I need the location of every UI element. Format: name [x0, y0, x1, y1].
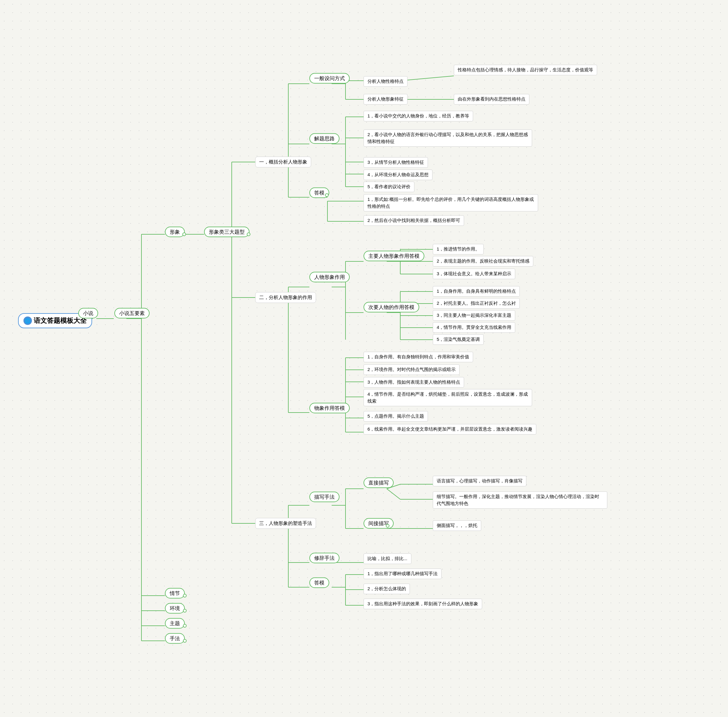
- node-damo3-1: 1，指出用了哪种或哪几种描写手法: [364, 569, 442, 579]
- node-jiaojie-miaoxie: 间接描写: [364, 518, 394, 529]
- node-wuxiang-2: 2，环境作用。对时代特点气围的揭示或暗示: [364, 365, 460, 375]
- node-jietiao-3: 3，从情节分析人物性格特征: [364, 157, 428, 168]
- circle-damo: [325, 193, 329, 197]
- circle-shofa: [183, 639, 187, 642]
- circle-jiaojie: [386, 524, 390, 528]
- node-zhijie-2: 细节描写。一般作用，深化主题，推动情节发展，渲染人物心情心理活动，渲染时代气围地…: [433, 491, 607, 509]
- node-ciyao-1: 1，自身作用。自身具有鲜明的性格特点: [433, 286, 520, 297]
- node-zhijie-miaoxie: 直接描写: [364, 477, 394, 488]
- node-er-fenxi: 二，分析人物形象的作用: [255, 292, 316, 303]
- node-fenxi-xingxiang: 分析人物形象特征: [364, 94, 408, 104]
- node-wuxiang-6: 6，线索作用。串起全文使文章结构更加严谨，并层层设置悬念，激发读者阅读兴趣: [364, 424, 536, 435]
- node-xingxiang-detail: 由在外形象看到内在思想性格特点: [454, 94, 529, 104]
- node-fenxi-xingge: 分析人物性格特点: [364, 76, 408, 87]
- node-wuxiang-1: 1，自身作用。有自身独特到特点，作用和审美价值: [364, 352, 473, 362]
- node-novel: 小说: [78, 308, 98, 319]
- node-jieqing: 情节: [165, 588, 185, 599]
- root-icon: 🌐: [23, 316, 32, 325]
- node-zhuyao-2: 2，表现主题的作用。反映社会现实和寄托情感: [433, 256, 533, 267]
- node-image-three-types: 形象类三大题型: [204, 227, 250, 237]
- node-ciyao-2: 2，衬托主要人。指出正衬反衬，怎么衬: [433, 298, 520, 309]
- node-xiuci-text: 比喻，比拟，排比...: [364, 554, 411, 564]
- node-ciyao-renwu: 次要人物的作用答模: [364, 302, 419, 313]
- node-zhuyao-renwu: 主要人物形象作用答模: [364, 251, 424, 261]
- node-damo-1: 1，形式如:概括一分析。即先给个总的评价，用几个关键的词语高度概括人物形象或性格…: [364, 194, 538, 211]
- node-yiban-fangshi: 一般设问方式: [309, 73, 350, 84]
- node-damo3-3: 3，指出用这种手法的效果，即刻画了什么样的人物形象: [364, 599, 482, 609]
- circle-jieqing: [183, 594, 187, 598]
- svg-line-35: [400, 76, 454, 81]
- node-jietiao-5: 5，看作者的议论评价: [364, 182, 414, 192]
- node-jietiao-2: 2，看小说中人物的语言外银行动心理描写，以及和他人的关系，把握人物思想感情和性格…: [364, 130, 532, 146]
- node-zhuyao-1: 1，推进情节的作用。: [433, 244, 484, 255]
- node-wuxiang-5: 5，点题作用。揭示什么主题: [364, 411, 428, 422]
- node-five-elements: 小说五要素: [114, 308, 149, 319]
- circle-image-three-types: [247, 232, 250, 236]
- node-jietiao-1: 1，看小说中交代的人物身份，地位，经历，教养等: [364, 111, 473, 121]
- node-wuxiang-3: 3，人物作用。指如何表现主要人物的性格特点: [364, 377, 464, 387]
- node-san-suzao: 三，人物形象的塑造手法: [255, 518, 316, 529]
- node-wuxiang-4: 4，情节作用。是否结构严谨，烘托铺垫，前后照应，设置悬念，造成波澜，形成线索: [364, 389, 532, 406]
- node-wu-zuoyong-damo: 物象作用答模: [309, 403, 350, 413]
- node-huanjing: 环境: [165, 603, 185, 614]
- node-shofa: 手法: [165, 633, 185, 644]
- node-damo-2: 2，然后在小说中找到相关依据，概括分析即可: [364, 215, 464, 226]
- node-damo3: 答模: [309, 578, 329, 588]
- node-ciyao-3: 3，同主要人物一起揭示深化丰富主题: [433, 310, 515, 321]
- node-yi-gaokuo: 一，概括分析人物形象: [255, 157, 311, 168]
- node-damo3-2: 2，分析怎么体现的: [364, 584, 410, 594]
- circle-huanjing: [183, 609, 187, 613]
- node-xingge-detail: 性格特点包括心理情感，待人接物，品行操守，生活态度，价值观等: [454, 65, 597, 75]
- svg-line-75: [387, 489, 400, 499]
- node-image: 形象: [165, 227, 185, 237]
- node-jietiao-silu: 解题思路: [309, 133, 340, 144]
- node-xiuci-shofa: 修辞手法: [309, 553, 340, 563]
- root-label: 语文答题模板大全: [34, 316, 87, 325]
- circle-image: [182, 232, 186, 236]
- node-ciyao-4: 4，情节作用。贯穿全文充当线索作用: [433, 322, 515, 333]
- node-miaoxie-shofa: 描写手法: [309, 492, 340, 502]
- node-zhuti: 主题: [165, 618, 185, 629]
- node-renwu-zuoyong: 人物形象作用: [309, 272, 350, 282]
- node-ciyao-5: 5，渲染气氛奠定基调: [433, 334, 484, 345]
- node-jiaojie-text: 侧面描写，，，烘托: [433, 520, 481, 531]
- circle-zhuti: [183, 624, 187, 627]
- node-jietiao-4: 4，从环境分析人物命运及思想: [364, 169, 433, 180]
- node-zhijie-1: 语言描写，心理描写，动作描写，肖像描写: [433, 476, 526, 486]
- node-zhuyao-3: 3，体现社会意义。给人带来某种启示: [433, 268, 515, 279]
